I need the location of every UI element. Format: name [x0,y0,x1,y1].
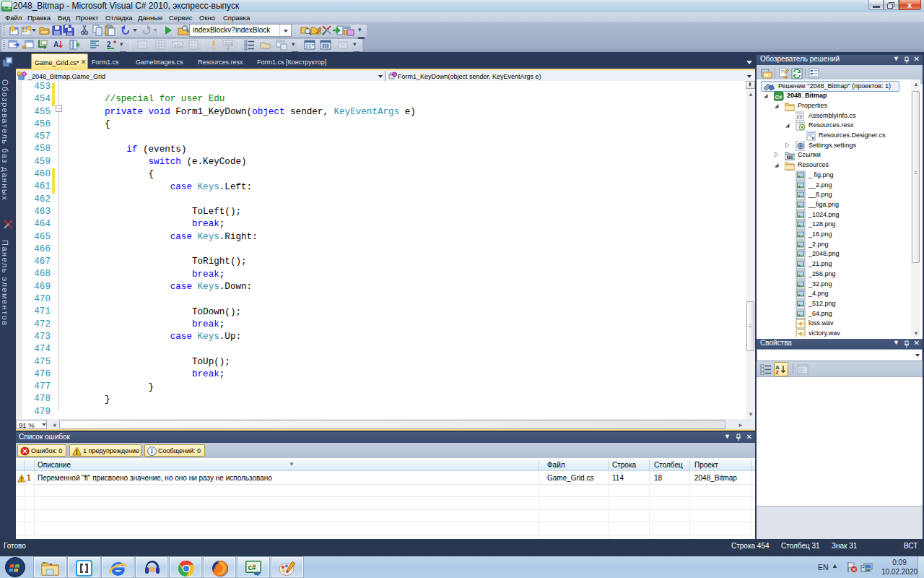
svg-text:Z: Z [775,369,779,375]
svg-text:A: A [53,40,58,48]
svg-text:C#: C# [4,4,12,11]
svg-text:c#: c# [248,564,257,571]
svg-text:2: 2 [107,40,111,48]
svg-text:SQL: SQL [225,41,234,46]
svg-text:SQL: SQL [174,43,183,48]
